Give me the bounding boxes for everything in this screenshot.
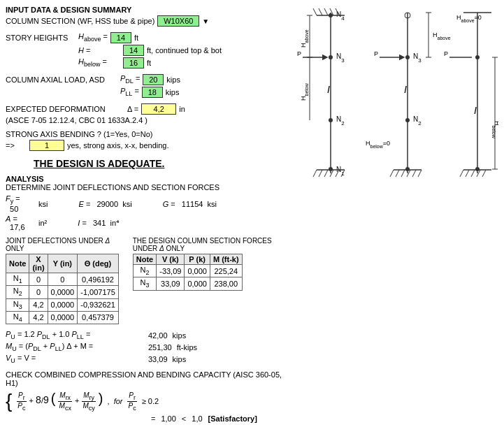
story-heights-row1: STORY HEIGHTS Habove = 14 ft xyxy=(6,32,290,43)
forces-section: PU = 1.2 PDL + 1.0 PLL = 42,00 kips MU =… xyxy=(6,330,290,365)
col-x: X (in) xyxy=(29,254,48,273)
col-note: Note xyxy=(6,254,29,273)
column-section-row: COLUMN SECTION (WF, HSS tube & pipe) W10… xyxy=(6,15,290,27)
mu-formula: MU = (PDL + PLL) Δ + M = xyxy=(6,342,145,352)
analysis-params-row1: Fy = 50 ksi E = 29000 ksi G = 11154 ksi xyxy=(6,194,290,213)
pll-label: PLL = xyxy=(120,87,139,97)
result-value: 1,00 xyxy=(161,414,175,423)
for-label: , for xyxy=(108,397,123,405)
svg-line-48 xyxy=(466,170,469,177)
strong-axis-description: yes, strong axis, x-x, bending. xyxy=(67,141,169,150)
delta-unit: in xyxy=(179,105,185,113)
n2-label: N2 xyxy=(336,115,345,127)
n1-label: N1 xyxy=(336,166,345,177)
svg-line-51 xyxy=(482,170,486,177)
column-section-dropdown[interactable]: W10X60 xyxy=(157,15,199,27)
n3-label: N3 xyxy=(336,52,345,64)
diagrams-panel: N4 N3 N2 N1 Habove Hbelow P xyxy=(296,6,498,423)
story-heights-label: STORY HEIGHTS xyxy=(6,34,75,42)
asce-label: (ASCE 7-05 12.12.4, CBC 01 1633A.2.4 ) xyxy=(6,116,147,124)
svg-line-11 xyxy=(313,170,317,177)
cell-x: 0 xyxy=(29,286,48,298)
pu-value: 42,00 xyxy=(148,331,168,340)
col-theta: Θ (deg) xyxy=(78,254,119,273)
vu-row: VU = V = 33,09 kips xyxy=(6,354,290,364)
combined-formula: Pr Pc + 8/9 ( Mrx Mcx + Mry Mcy ) xyxy=(16,391,103,412)
svg-line-36 xyxy=(412,170,416,177)
svg-point-24 xyxy=(405,55,410,59)
cell-note: N2 xyxy=(6,286,29,298)
cell-v: 33,09 xyxy=(157,277,185,290)
h-below-value[interactable]: 16 xyxy=(123,57,144,68)
result-limit: 1,0 xyxy=(192,414,202,423)
cell-p: 0,000 xyxy=(185,277,210,290)
h-below-label: Hbelow = xyxy=(78,57,120,68)
delta-label: Δ = xyxy=(127,105,138,113)
n3-label2: N3 xyxy=(413,52,422,64)
axial-load-label: COLUMN AXIAL LOAD, ASD xyxy=(6,75,117,84)
col-p: P (k) xyxy=(185,254,210,265)
table-row: N1 0 0 0,496192 xyxy=(6,273,119,286)
h-above-bracket2: Habove xyxy=(433,31,451,41)
p-label: P xyxy=(297,50,301,57)
joint-deflections-title: JOINT DEFLECTIONS UNDER Δ ONLY xyxy=(6,237,119,252)
strong-axis-value[interactable]: 1 xyxy=(29,140,64,151)
cell-note2: N2 xyxy=(133,265,156,277)
cell-p: 0,000 xyxy=(185,265,210,277)
svg-line-47 xyxy=(460,170,463,177)
cell-y: 0 xyxy=(48,273,78,286)
vu-unit: kips xyxy=(171,355,187,363)
h-value[interactable]: 14 xyxy=(123,45,144,56)
result-label: [Satisfactory] xyxy=(208,414,257,423)
joint-deflections-section: JOINT DEFLECTIONS UNDER Δ ONLY Note X (i… xyxy=(6,237,119,324)
svg-point-40 xyxy=(475,55,480,59)
strong-axis-row2: => 1 yes, strong axis, x-x, bending. xyxy=(6,140,290,151)
cell-note: N3 xyxy=(6,298,29,311)
col-m: M (ft-k) xyxy=(210,254,242,265)
analysis-section: ANALYSIS DETERMINE JOINT DEFLECTIONS AND… xyxy=(6,175,290,231)
pu-formula: PU = 1.2 PDL + 1.0 PLL = xyxy=(6,330,145,340)
axial-load-section: COLUMN AXIAL LOAD, ASD PDL = 20 kips PLL… xyxy=(6,74,290,98)
svg-point-26 xyxy=(405,167,410,171)
pll-value[interactable]: 18 xyxy=(142,87,163,98)
pdl-value[interactable]: 20 xyxy=(143,74,164,85)
tables-area: JOINT DEFLECTIONS UNDER Δ ONLY Note X (i… xyxy=(6,237,290,324)
h-above-label: Habove = xyxy=(78,32,108,43)
h-unit: ft, continued top & bot xyxy=(147,46,222,55)
col-y: Y (in) xyxy=(48,254,78,273)
e-label: E = 29000 ksi xyxy=(79,200,132,208)
cell-x: 0 xyxy=(29,273,48,286)
cell-v: -33,09 xyxy=(157,265,185,277)
inner-right-bracket: ) xyxy=(99,391,103,406)
cell-theta: 0,496192 xyxy=(78,273,119,286)
cell-x: 4,2 xyxy=(29,311,48,324)
analysis-subtitle: DETERMINE JOINT DEFLECTIONS AND SECTION … xyxy=(6,183,290,192)
p-label2: P xyxy=(374,50,378,57)
header-title: INPUT DATA & DESIGN SUMMARY xyxy=(6,6,131,14)
design-column-table: Note V (k) P (k) M (ft-k) N2 -33,09 0,00… xyxy=(133,254,243,290)
svg-point-41 xyxy=(475,167,480,171)
i-symbol2: I xyxy=(404,84,407,95)
h-above-value[interactable]: 14 xyxy=(110,32,131,43)
svg-line-37 xyxy=(418,170,422,177)
pdl-unit: kips xyxy=(166,75,180,84)
strong-axis-label: STRONG AXIS BENDING ? (1=Yes, 0=No) xyxy=(6,130,153,138)
svg-line-32 xyxy=(390,170,394,177)
delta-value[interactable]: 4,2 xyxy=(141,103,176,115)
cell-y: 0,0000 xyxy=(48,298,78,311)
vu-formula: VU = V = xyxy=(6,354,145,364)
h-below-bracket: Hbelow xyxy=(300,82,309,101)
vu-value: 33,09 xyxy=(148,355,168,363)
hbelow-zero: Hbelow=0 xyxy=(366,140,390,149)
table-row: N3 4,2 0,0000 -0,932621 xyxy=(6,298,119,311)
a-label: A = 17,6 xyxy=(6,215,34,231)
fy-label: Fy = 50 xyxy=(6,194,34,213)
cell-note2: N3 xyxy=(133,277,156,290)
structural-diagrams: N4 N3 N2 N1 Habove Hbelow P xyxy=(296,6,498,187)
deformation-label: EXPECTED DEFORMATION xyxy=(6,105,124,113)
svg-line-20 xyxy=(324,8,328,15)
pdl-label: PDL = xyxy=(120,74,140,85)
combined-label: CHECK COMBINED COMPRESSION AND BENDING C… xyxy=(6,370,290,387)
deformation-section: EXPECTED DEFORMATION Δ = 4,2 in (ASCE 7-… xyxy=(6,103,290,124)
dropdown-arrow[interactable]: ▼ xyxy=(202,17,209,25)
